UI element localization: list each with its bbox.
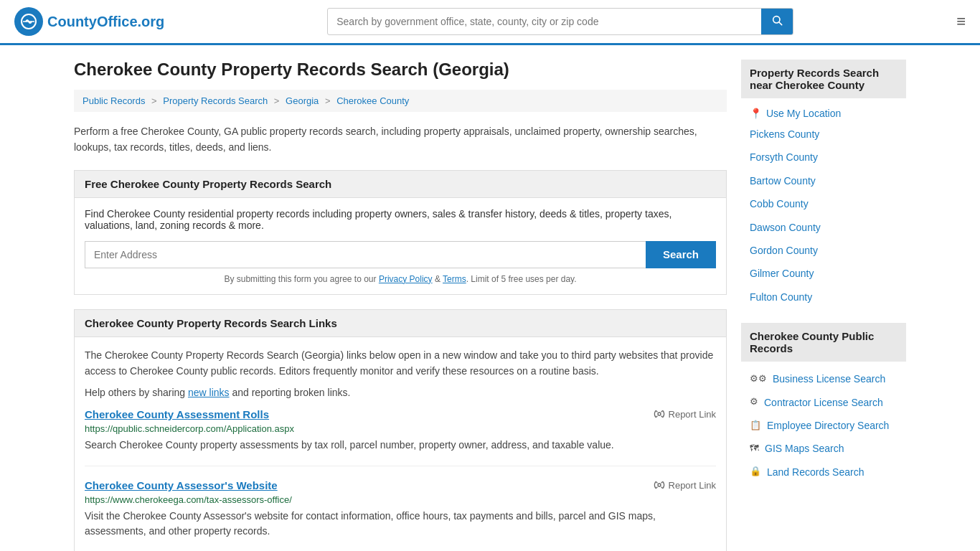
gis-maps-search-link[interactable]: 🗺 GIS Maps Search — [741, 437, 906, 460]
nearby-forsyth-county[interactable]: Forsyth County — [741, 146, 906, 169]
sidebar: Property Records Search near Cherokee Co… — [741, 60, 906, 551]
search-button[interactable]: Search — [646, 241, 716, 268]
land-records-label: Land Records Search — [767, 464, 864, 480]
breadcrumb-sep3: > — [325, 95, 331, 106]
svg-line-5 — [656, 416, 657, 418]
svg-line-12 — [661, 481, 662, 483]
form-note-and: & — [433, 274, 443, 284]
address-search-form: Search — [85, 241, 716, 268]
nearby-fulton-county[interactable]: Fulton County — [741, 286, 906, 309]
public-records-section: Cherokee County Public Records ⚙⚙ Busine… — [741, 323, 906, 484]
nearby-bartow-county[interactable]: Bartow County — [741, 169, 906, 192]
svg-line-8 — [656, 410, 657, 412]
help-after: and reporting broken links. — [230, 387, 351, 398]
free-search-description: Find Cherokee County residential propert… — [85, 208, 716, 231]
page-description: Perform a free Cherokee County, GA publi… — [74, 123, 727, 156]
nearby-gordon-county[interactable]: Gordon County — [741, 239, 906, 262]
nearby-counties-section: Property Records Search near Cherokee Co… — [741, 60, 906, 309]
svg-line-11 — [661, 487, 662, 489]
help-before: Help others by sharing — [85, 387, 188, 398]
form-note-after: . Limit of 5 free uses per day. — [466, 274, 577, 284]
privacy-policy-link[interactable]: Privacy Policy — [379, 274, 433, 284]
gis-maps-icon: 🗺 — [750, 441, 759, 456]
svg-point-4 — [658, 413, 661, 415]
logo-area[interactable]: CountyOffice.org — [14, 7, 164, 36]
links-section: Cherokee County Property Records Search … — [74, 309, 727, 551]
links-section-header: Cherokee County Property Records Search … — [75, 310, 726, 337]
nearby-pickens-county[interactable]: Pickens County — [741, 123, 906, 146]
address-input[interactable] — [85, 241, 646, 268]
gis-maps-label: GIS Maps Search — [765, 441, 844, 456]
employee-directory-search-link[interactable]: 📋 Employee Directory Search — [741, 414, 906, 437]
svg-line-7 — [661, 410, 662, 412]
land-records-search-link[interactable]: 🔒 Land Records Search — [741, 461, 906, 484]
form-note: By submitting this form you agree to our… — [85, 274, 716, 284]
link-url-1: https://qpublic.schneidercorp.com/Applic… — [85, 423, 716, 434]
page-title: Cherokee County Property Records Search … — [74, 60, 727, 80]
breadcrumb-sep2: > — [274, 95, 280, 106]
breadcrumb-public-records[interactable]: Public Records — [83, 95, 145, 106]
main-container: Cherokee County Property Records Search … — [60, 45, 920, 551]
svg-line-3 — [779, 22, 782, 25]
site-header: CountyOffice.org ≡ — [0, 0, 980, 45]
link-desc-2: Visit the Cherokee County Assessor's web… — [85, 509, 716, 539]
logo-icon — [14, 7, 43, 36]
header-search-bar[interactable] — [327, 8, 793, 35]
contractor-license-search-link[interactable]: ⚙ Contractor License Search — [741, 391, 906, 414]
free-search-body: Find Cherokee County residential propert… — [75, 198, 726, 294]
employee-directory-icon: 📋 — [750, 418, 761, 433]
svg-line-13 — [656, 481, 657, 483]
link-desc-1: Search Cherokee County property assessme… — [85, 438, 716, 453]
header-search-button[interactable] — [761, 9, 793, 34]
nearby-gilmer-county[interactable]: Gilmer County — [741, 262, 906, 285]
free-search-section: Free Cherokee County Property Records Se… — [74, 170, 727, 295]
logo-text: CountyOffice.org — [47, 14, 164, 30]
svg-point-9 — [658, 484, 661, 486]
links-description: The Cherokee County Property Records Sea… — [85, 347, 716, 380]
business-license-icon: ⚙⚙ — [750, 372, 767, 387]
breadcrumb-cherokee-county[interactable]: Cherokee County — [336, 95, 409, 106]
business-license-label: Business License Search — [773, 371, 885, 387]
new-links-link[interactable]: new links — [188, 387, 230, 398]
link-item-1-header: Cherokee County Assessment Rolls Report … — [85, 408, 716, 420]
breadcrumb-sep1: > — [151, 95, 157, 106]
link-item-1: Cherokee County Assessment Rolls Report … — [85, 408, 716, 466]
free-search-header: Free Cherokee County Property Records Se… — [75, 171, 726, 198]
help-text: Help others by sharing new links and rep… — [85, 387, 716, 398]
employee-directory-label: Employee Directory Search — [767, 418, 889, 433]
form-note-before: By submitting this form you agree to our — [224, 274, 378, 284]
content-area: Cherokee County Property Records Search … — [74, 60, 727, 551]
use-my-location[interactable]: 📍 Use My Location — [741, 104, 906, 123]
svg-line-10 — [656, 487, 657, 489]
use-location-label: Use My Location — [766, 108, 841, 119]
link-title-1[interactable]: Cherokee County Assessment Rolls — [85, 408, 269, 420]
contractor-license-icon: ⚙ — [750, 395, 758, 410]
breadcrumb-property-records-search[interactable]: Property Records Search — [163, 95, 268, 106]
report-link-1[interactable]: Report Link — [654, 408, 716, 420]
link-item-2: Cherokee County Assessor's Website Repor… — [85, 479, 716, 551]
link-title-2[interactable]: Cherokee County Assessor's Website — [85, 479, 278, 491]
business-license-search-link[interactable]: ⚙⚙ Business License Search — [741, 367, 906, 390]
nearby-cobb-county[interactable]: Cobb County — [741, 192, 906, 215]
svg-line-6 — [661, 416, 662, 418]
breadcrumb-georgia[interactable]: Georgia — [286, 95, 319, 106]
link-url-2: https://www.cherokeega.com/tax-assessors… — [85, 494, 716, 505]
nearby-dawson-county[interactable]: Dawson County — [741, 216, 906, 239]
report-link-2[interactable]: Report Link — [654, 479, 716, 491]
pin-icon: 📍 — [750, 108, 762, 119]
header-search-input[interactable] — [328, 10, 761, 33]
hamburger-menu-icon[interactable]: ≡ — [956, 12, 966, 31]
nearby-counties-header: Property Records Search near Cherokee Co… — [741, 60, 906, 98]
terms-link[interactable]: Terms — [443, 274, 466, 284]
contractor-license-label: Contractor License Search — [764, 395, 883, 410]
land-records-icon: 🔒 — [750, 464, 761, 479]
links-section-body: The Cherokee County Property Records Sea… — [75, 337, 726, 551]
public-records-header: Cherokee County Public Records — [741, 323, 906, 362]
breadcrumb: Public Records > Property Records Search… — [74, 90, 727, 112]
link-item-2-header: Cherokee County Assessor's Website Repor… — [85, 479, 716, 491]
